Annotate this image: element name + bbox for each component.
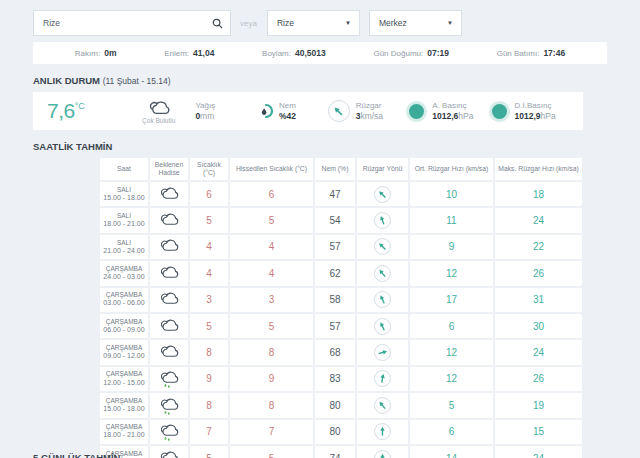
- wind-direction-icon: [374, 212, 391, 229]
- day-label: ÇARŞAMBA: [106, 397, 142, 405]
- hourly-section-heading: SAATLİK TAHMİN: [33, 141, 607, 152]
- temperature-cell: 3: [190, 288, 230, 312]
- weather-icon-cell: [150, 393, 190, 417]
- cloud-icon: [156, 343, 182, 362]
- wind-direction-arrow: [376, 373, 389, 386]
- feels-like-cell: 3: [230, 288, 315, 312]
- wind-direction-icon: [374, 318, 391, 335]
- avg-wind-speed-cell: 17: [410, 288, 495, 312]
- wind-direction-cell: [357, 393, 410, 417]
- temperature-cell: 7: [190, 420, 230, 444]
- time-range-label: 15.00 - 18.00: [103, 405, 144, 414]
- time-range-label: 12.00 - 15.00: [103, 379, 144, 388]
- day-label: ÇARŞAMBA: [106, 370, 142, 378]
- wind-direction-cell: [357, 182, 410, 206]
- humidity-cell: 74: [315, 446, 357, 458]
- time-cell: SALI 18.00 - 21.00: [100, 208, 150, 232]
- table-row: SALI 21.00 - 24.00 4 4 57: [100, 235, 582, 259]
- wind-direction-cell: [357, 235, 410, 259]
- max-wind-speed-cell: 24: [495, 208, 582, 232]
- weather-icon-cell: [150, 340, 190, 364]
- wind-direction-arrow: [377, 453, 388, 458]
- feels-like-cell: 6: [230, 182, 315, 206]
- pressure-dot-icon: [492, 104, 507, 119]
- wind-direction-arrow: [375, 266, 390, 281]
- current-pressure: A. Basınç 1012,6hPa: [406, 101, 488, 122]
- search-box[interactable]: [33, 10, 231, 36]
- cloud-icon: [144, 98, 174, 116]
- temperature-cell: 5: [190, 314, 230, 338]
- table-body: SALI 15.00 - 18.00 6 6 47: [100, 182, 582, 458]
- current-condition: Çok Bulutlu: [122, 98, 195, 124]
- max-wind-speed-cell: 30: [495, 314, 582, 338]
- table-row: ÇARŞAMBA 18.00 - 21.00 7 7 80: [100, 420, 582, 444]
- veya-label: veya: [240, 19, 257, 28]
- province-select[interactable]: Rize ▼: [267, 10, 360, 36]
- col-header-beklenen-hadise: Beklenen Hadise: [150, 158, 190, 180]
- chevron-down-icon: ▼: [345, 20, 351, 26]
- avg-wind-speed-cell: 12: [410, 261, 495, 285]
- cloud-icon: [156, 317, 182, 336]
- altitude-info: Rakım:0m: [75, 48, 117, 58]
- wind-direction-cell: [357, 367, 410, 391]
- day-label: ÇARŞAMBA: [106, 344, 142, 352]
- time-range-label: 09.00 - 12.00: [103, 352, 144, 361]
- weather-icon-cell: [150, 288, 190, 312]
- rain-cloud-icon: [156, 396, 182, 415]
- humidity-cell: 83: [315, 367, 357, 391]
- district-select[interactable]: Merkez ▼: [369, 10, 462, 36]
- avg-wind-speed-cell: 6: [410, 420, 495, 444]
- rain-cloud-icon: [156, 422, 182, 441]
- wind-direction-icon: [374, 186, 391, 203]
- time-cell: ÇARŞAMBA 15.00 - 18.00: [100, 393, 150, 417]
- station-info-bar: Rakım:0m Enlem:41,04 Boylam:40,5013 Gün …: [33, 42, 607, 64]
- search-input[interactable]: [43, 18, 212, 28]
- col-header-nem: Nem (%): [315, 158, 357, 180]
- wind-direction-cell: [357, 314, 410, 338]
- col-header-saat: Saat: [100, 158, 150, 180]
- temperature-cell: 4: [190, 261, 230, 285]
- table-row: SALI 15.00 - 18.00 6 6 47: [100, 182, 582, 206]
- time-range-label: 21.00 - 24.00: [103, 247, 144, 256]
- max-wind-speed-cell: 31: [495, 288, 582, 312]
- wind-direction-arrow: [375, 319, 390, 334]
- day-label: SALI: [117, 186, 131, 194]
- wind-direction-icon: [374, 397, 391, 414]
- rain-cloud-icon: [156, 449, 182, 458]
- cloud-icon: [156, 185, 182, 204]
- time-range-label: 15.00 - 18.00: [103, 194, 144, 203]
- table-header-row: Saat Beklenen Hadise Sıcaklık (°C) Hisse…: [100, 158, 582, 180]
- col-header-sicaklik: Sıcaklık (°C): [190, 158, 230, 180]
- max-wind-speed-cell: 26: [495, 367, 582, 391]
- chevron-down-icon: ▼: [447, 20, 453, 26]
- table-row: ÇARŞAMBA 06.00 - 09.00 5 5 57: [100, 314, 582, 338]
- time-cell: ÇARŞAMBA 03.00 - 06.00: [100, 288, 150, 312]
- wind-direction-arrow: [375, 239, 391, 255]
- current-wind: Rüzgar 3km/sa: [328, 100, 407, 122]
- weather-icon-cell: [150, 367, 190, 391]
- cloud-icon: [156, 237, 182, 256]
- wind-direction-cell: [357, 446, 410, 458]
- humidity-cell: 54: [315, 208, 357, 232]
- table-row: ÇARŞAMBA 09.00 - 12.00 8 8 68: [100, 340, 582, 364]
- avg-wind-speed-cell: 5: [410, 393, 495, 417]
- time-cell: ÇARŞAMBA 24.00 - 03.00: [100, 261, 150, 285]
- max-wind-speed-cell: 26: [495, 261, 582, 285]
- feels-like-cell: 9: [230, 367, 315, 391]
- wind-direction-icon: [374, 450, 391, 458]
- avg-wind-speed-cell: 12: [410, 340, 495, 364]
- day-label: SALI: [117, 239, 131, 247]
- wind-direction-cell: [357, 340, 410, 364]
- current-precipitation: Yağış 0mm: [195, 101, 258, 122]
- wind-direction-cell: [357, 288, 410, 312]
- search-icon[interactable]: [212, 18, 223, 29]
- day-label: ÇARŞAMBA: [106, 265, 142, 273]
- cloud-icon: [156, 211, 182, 230]
- max-wind-speed-cell: 24: [495, 446, 582, 458]
- time-cell: ÇARŞAMBA 12.00 - 15.00: [100, 367, 150, 391]
- wind-direction-arrow: [375, 292, 390, 307]
- weather-icon-cell: [150, 208, 190, 232]
- location-search-row: veya Rize ▼ Merkez ▼: [33, 10, 607, 36]
- wind-direction-arrow: [375, 186, 391, 202]
- max-wind-speed-cell: 15: [495, 420, 582, 444]
